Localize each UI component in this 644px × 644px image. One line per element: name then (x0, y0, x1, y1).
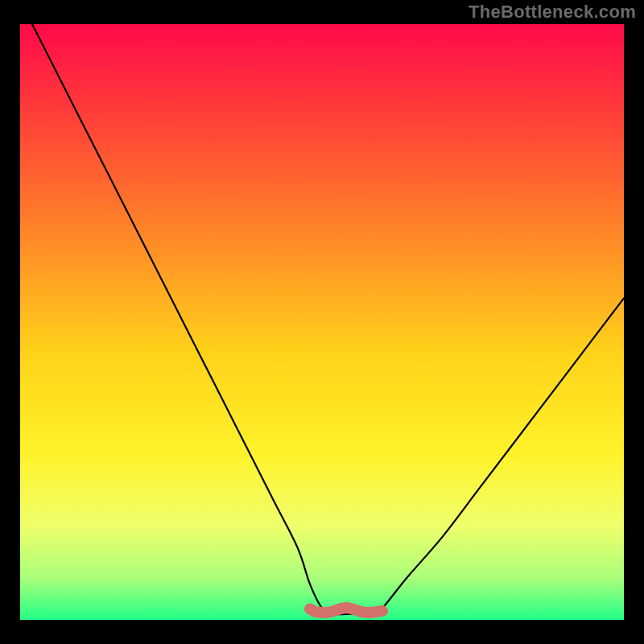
chart-svg (20, 24, 624, 620)
watermark-text: TheBottleneck.com (469, 2, 636, 23)
optimal-range-marker (310, 608, 382, 613)
chart-frame: TheBottleneck.com (0, 0, 644, 644)
gradient-background (20, 24, 624, 620)
plot-area (20, 24, 624, 620)
